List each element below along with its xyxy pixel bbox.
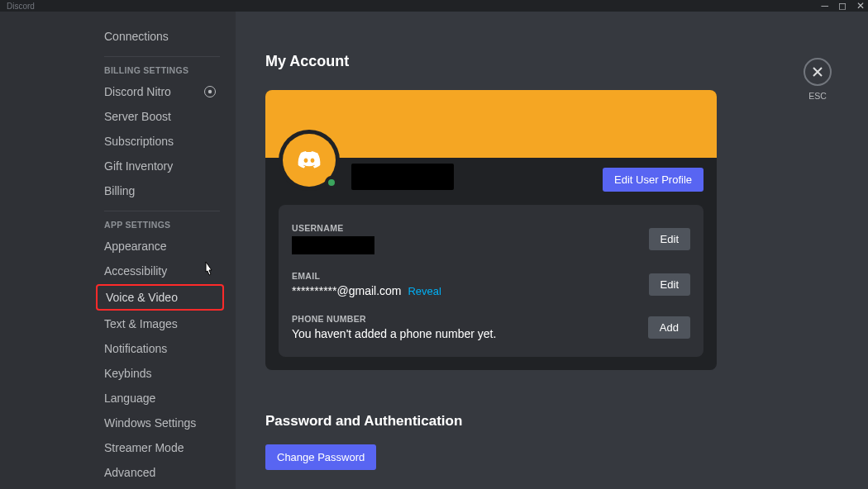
password-auth-title: Password and Authentication bbox=[265, 413, 835, 430]
edit-user-profile-button[interactable]: Edit User Profile bbox=[603, 168, 703, 192]
sidebar-item-subscriptions[interactable]: Subscriptions bbox=[96, 130, 224, 153]
sidebar-item-label: Language bbox=[104, 392, 155, 405]
discord-logo-icon bbox=[294, 145, 324, 175]
nitro-icon bbox=[204, 86, 216, 97]
sidebar-item-windows-settings[interactable]: Windows Settings bbox=[96, 411, 224, 434]
sidebar-item-label: Notifications bbox=[104, 342, 167, 355]
sidebar-item-label: Connections bbox=[104, 30, 169, 43]
svg-point-0 bbox=[208, 90, 212, 93]
settings-main: ESC My Account Edit User Profile bbox=[236, 12, 868, 489]
sidebar-item-keybinds[interactable]: Keybinds bbox=[96, 362, 224, 385]
sidebar-item-label: Advanced bbox=[104, 466, 155, 479]
sidebar-item-advanced[interactable]: Advanced bbox=[96, 461, 224, 484]
account-fields: USERNAME Edit EMAIL **********@gmail.com… bbox=[279, 205, 703, 357]
edit-username-button[interactable]: Edit bbox=[649, 228, 690, 250]
sidebar-item-label: Billing bbox=[104, 184, 135, 197]
titlebar: Discord ─ ◻ ✕ bbox=[0, 0, 868, 12]
field-label: EMAIL bbox=[292, 271, 649, 281]
sidebar-item-label: Streamer Mode bbox=[104, 441, 184, 454]
account-card: Edit User Profile USERNAME Edit EMAIL **… bbox=[265, 90, 717, 370]
change-password-button[interactable]: Change Password bbox=[265, 444, 376, 470]
sidebar-item-label: Windows Settings bbox=[104, 416, 196, 430]
username-redacted bbox=[351, 164, 454, 190]
sidebar-divider bbox=[104, 56, 220, 57]
sidebar-item-label: Voice & Video bbox=[106, 291, 178, 304]
sidebar-item-connections[interactable]: Connections bbox=[96, 25, 224, 48]
sidebar-item-label: Accessibility bbox=[104, 264, 167, 278]
sidebar-divider bbox=[104, 211, 220, 211]
app-name: Discord bbox=[7, 2, 35, 11]
field-username: USERNAME Edit bbox=[292, 218, 690, 266]
sidebar-item-notifications[interactable]: Notifications bbox=[96, 337, 224, 360]
sidebar-item-label: Server Boost bbox=[104, 110, 171, 123]
close-icon[interactable] bbox=[804, 58, 832, 86]
sidebar-item-gift-inventory[interactable]: Gift Inventory bbox=[96, 154, 224, 178]
esc-label: ESC bbox=[808, 91, 827, 101]
field-email: EMAIL **********@gmail.com Reveal Edit bbox=[292, 266, 690, 309]
sidebar-item-label: Text & Images bbox=[104, 317, 178, 330]
close-button[interactable]: ✕ bbox=[856, 2, 865, 10]
sidebar-item-server-boost[interactable]: Server Boost bbox=[96, 105, 224, 128]
sidebar-item-label: Gift Inventory bbox=[104, 159, 173, 173]
sidebar-item-streamer-mode[interactable]: Streamer Mode bbox=[96, 436, 224, 459]
maximize-button[interactable]: ◻ bbox=[838, 2, 847, 10]
sidebar-section-app: APP SETTINGS bbox=[96, 220, 236, 235]
profile-row: Edit User Profile bbox=[265, 158, 717, 205]
email-value: **********@gmail.com bbox=[292, 284, 402, 297]
close-settings: ESC bbox=[804, 58, 832, 101]
phone-value: You haven't added a phone number yet. bbox=[292, 327, 648, 340]
sidebar-item-voice-video[interactable]: Voice & Video bbox=[96, 284, 224, 311]
page-title: My Account bbox=[265, 53, 835, 70]
field-label: PHONE NUMBER bbox=[292, 314, 648, 324]
sidebar-item-label: Discord Nitro bbox=[104, 85, 171, 98]
sidebar-item-label: Keybinds bbox=[104, 367, 152, 380]
minimize-button[interactable]: ─ bbox=[821, 2, 828, 10]
sidebar-item-billing[interactable]: Billing bbox=[96, 179, 224, 202]
edit-email-button[interactable]: Edit bbox=[649, 273, 690, 296]
avatar-wrap bbox=[279, 130, 340, 191]
sidebar-section-billing: BILLING SETTINGS bbox=[96, 65, 236, 80]
sidebar-item-discord-nitro[interactable]: Discord Nitro bbox=[96, 80, 224, 103]
settings-sidebar: Connections BILLING SETTINGS Discord Nit… bbox=[0, 12, 236, 489]
sidebar-item-accessibility[interactable]: Accessibility bbox=[96, 259, 224, 282]
sidebar-item-text-images[interactable]: Text & Images bbox=[96, 312, 224, 335]
username-value-redacted bbox=[292, 236, 374, 254]
sidebar-item-language[interactable]: Language bbox=[96, 387, 224, 410]
window-controls: ─ ◻ ✕ bbox=[821, 2, 865, 10]
sidebar-item-label: Appearance bbox=[104, 240, 167, 253]
status-online-icon bbox=[325, 176, 338, 189]
reveal-email-link[interactable]: Reveal bbox=[408, 285, 441, 297]
sidebar-item-appearance[interactable]: Appearance bbox=[96, 235, 224, 258]
add-phone-button[interactable]: Add bbox=[648, 316, 690, 339]
field-label: USERNAME bbox=[292, 223, 649, 233]
sidebar-item-label: Subscriptions bbox=[104, 135, 174, 148]
field-phone: PHONE NUMBER You haven't added a phone n… bbox=[292, 309, 690, 344]
